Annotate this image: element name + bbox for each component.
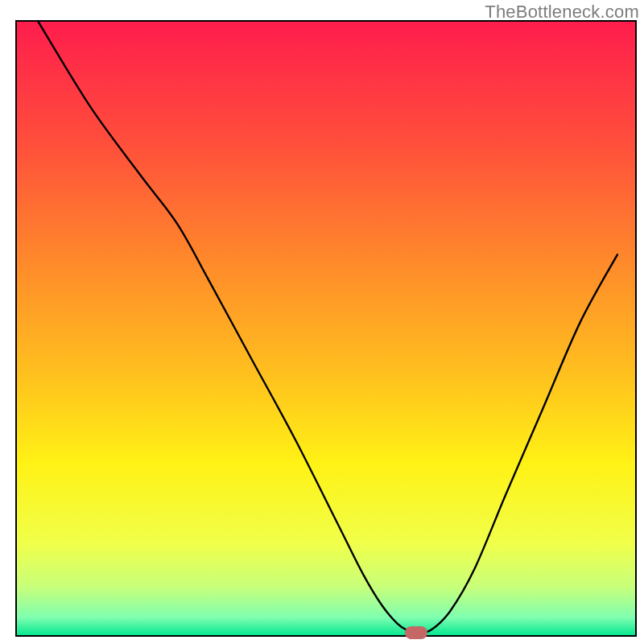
minimum-marker bbox=[405, 626, 427, 639]
chart-container: TheBottleneck.com bbox=[0, 0, 644, 644]
chart-svg bbox=[0, 0, 644, 644]
watermark-text: TheBottleneck.com bbox=[485, 2, 639, 23]
gradient-background bbox=[16, 21, 636, 636]
